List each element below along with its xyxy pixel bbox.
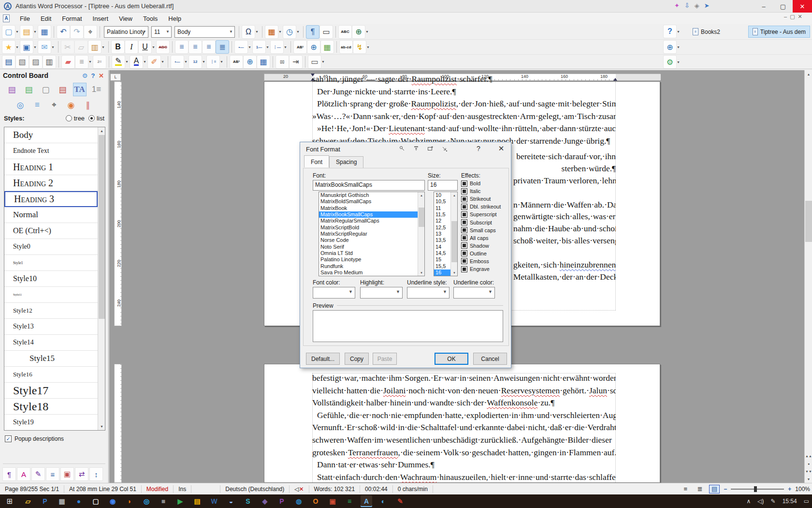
font-list-item[interactable]: Norse Code <box>319 237 418 243</box>
zoom-slider-thumb[interactable] <box>754 486 757 492</box>
chevron-down-icon[interactable]: ▼ <box>365 26 369 38</box>
effect-checkbox-indeterminate[interactable] <box>461 266 467 272</box>
taskbar-app-icon[interactable]: ◆ <box>259 495 271 507</box>
size-list-item[interactable]: 15 <box>434 256 450 263</box>
style-list-item[interactable]: OE (Ctrl+<) <box>4 223 98 239</box>
outline-style-icon[interactable]: ⋮≡ <box>207 56 219 68</box>
size-list-item[interactable]: 15,5 <box>434 263 450 269</box>
text-line[interactable]: Der·Junge·nickte·und·starrte·ins·Leere.¶ <box>312 87 616 99</box>
ok-button[interactable]: OK <box>435 353 468 365</box>
font-color-dropdown[interactable]: ▼ <box>313 287 355 299</box>
panel-icon[interactable]: 1≡ <box>90 83 103 96</box>
chevron-down-icon[interactable]: ▼ <box>15 26 19 38</box>
panel-icon[interactable]: ◎ <box>14 98 27 112</box>
menu-item[interactable]: View <box>114 14 138 24</box>
style-tool-icon[interactable]: ✎ <box>32 468 44 480</box>
document-properties-icon[interactable]: ▧ <box>16 56 29 68</box>
text-line[interactable]: Statt·einfach·durch·den·Wachraum·hinausz… <box>312 472 616 483</box>
size-list-item[interactable]: 14 <box>434 244 450 250</box>
taskbar-app-icon[interactable]: ■ <box>158 495 169 507</box>
document-text-top[interactable]: sah·ihn,·jünger·—·sagte·der·Raumpolizist… <box>312 74 616 149</box>
style-tool-icon[interactable]: ⇄ <box>75 468 88 480</box>
font-list-item[interactable]: Rundfunk <box>319 263 418 269</box>
tab-stop-selector[interactable]: L <box>110 74 121 81</box>
panel-icon[interactable]: ⌖ <box>47 98 61 112</box>
insert-link-icon[interactable]: ⊕ <box>244 56 256 68</box>
status-insert-mode[interactable]: Ins <box>174 485 191 493</box>
size-list-item[interactable]: 11 <box>434 205 450 211</box>
redo-icon[interactable]: ↷ <box>71 26 83 38</box>
line-numbering-icon[interactable]: 2≡ <box>93 56 106 68</box>
effect-row[interactable]: Dbl. strikeout <box>461 203 501 210</box>
tab-font[interactable]: Font <box>304 155 329 167</box>
underline-color-dropdown[interactable]: ▼ <box>453 287 495 299</box>
autoformat-icon[interactable]: ↯ <box>353 41 366 53</box>
font-list-item[interactable]: Omnia LT Std <box>319 250 418 256</box>
print-preview-icon[interactable]: ▨ <box>29 56 42 68</box>
chevron-down-icon[interactable]: ▼ <box>51 41 55 53</box>
options-gears-icon[interactable]: ⚙ <box>664 56 676 68</box>
style-list-item[interactable]: Style11 <box>4 287 98 303</box>
text-line[interactable]: Vollständigkeit·halber·hinein·und·wandte… <box>312 398 616 410</box>
save-as-icon[interactable]: ▣ <box>20 41 33 53</box>
effect-checkbox-indeterminate[interactable] <box>461 211 467 218</box>
scroll-down-icon[interactable]: ▼ <box>418 269 425 276</box>
size-list-item[interactable]: 10 <box>434 192 450 198</box>
hyperlink-icon[interactable]: ⊕ <box>307 41 320 53</box>
panel-icon[interactable]: ∥ <box>81 98 95 112</box>
size-list-item[interactable]: 13,5 <box>434 237 450 243</box>
text-line[interactable]: Metallkasten,·der·an·der·Decke <box>513 272 616 284</box>
start-button[interactable]: ⊞ <box>0 497 19 506</box>
strikethrough-icon[interactable]: ABC <box>157 41 169 53</box>
chevron-down-icon[interactable]: ▼ <box>321 56 325 68</box>
font-list-item[interactable]: MatrixScriptRegular <box>319 231 418 237</box>
text-line[interactable]: sah·ihn,·jünger·—·sagte·der·Raumpolizist… <box>312 74 616 87</box>
style-list-item[interactable]: Normal <box>4 207 98 223</box>
user-icon[interactable]: ◈ <box>695 2 699 9</box>
status-position[interactable]: At 208 mm Line 29 Col 51 <box>64 485 142 493</box>
underline-style-dropdown[interactable]: ▼ <box>407 287 450 299</box>
text-line[interactable] <box>513 188 616 200</box>
taskbar-app-icon[interactable]: ◗ <box>124 495 135 507</box>
font-list-item[interactable]: Sava Pro Medium <box>319 269 418 276</box>
underline-icon[interactable]: U <box>139 41 151 53</box>
font-name-combo[interactable]: Palatino Linoty▼ <box>104 26 148 38</box>
font-list-item[interactable]: MatrixBookSmallCaps <box>319 211 418 218</box>
size-list-item[interactable]: 14,5 <box>434 250 450 256</box>
gear-icon[interactable]: ⚙ <box>81 72 89 79</box>
copy-icon[interactable]: ▱ <box>75 41 87 53</box>
taskbar-app-icon[interactable]: S <box>242 495 254 507</box>
chevron-down-icon[interactable]: ▼ <box>88 56 92 68</box>
status-language[interactable]: Deutsch (Deutschland) <box>220 485 290 493</box>
style-list-item[interactable]: Style10 <box>4 271 98 287</box>
chevron-down-icon[interactable]: ▼ <box>676 41 681 53</box>
new-document-icon[interactable]: ▢ <box>2 26 15 38</box>
size-list-item[interactable]: 10,5 <box>434 198 450 205</box>
web-view-icon[interactable]: ≣ <box>695 485 705 493</box>
taskbar-app-icon[interactable]: ▤ <box>191 495 203 507</box>
chevron-down-icon[interactable]: ▼ <box>366 41 370 53</box>
default-button[interactable]: Default... <box>306 353 340 365</box>
insert-table-icon[interactable]: ▦ <box>265 26 278 38</box>
paste-button[interactable]: Paste <box>373 353 397 365</box>
font-name-input[interactable]: MatrixBookSmallCaps <box>313 180 425 191</box>
size-list-item[interactable]: 12,5 <box>434 224 450 231</box>
scroll-down-icon[interactable]: ▼ <box>451 269 458 276</box>
font-list-item[interactable]: MatrixScriptBold <box>319 224 418 231</box>
scroll-down-icon[interactable]: ▼ <box>805 475 812 483</box>
style-tool-icon[interactable]: ≡ <box>46 468 59 480</box>
text-line[interactable]: bereitete·sich·darauf·vor,·ihn <box>513 151 616 164</box>
size-list-item[interactable]: 16 <box>434 269 450 276</box>
scroll-up-icon[interactable]: ▲ <box>451 192 458 198</box>
font-size-combo[interactable]: 11▼ <box>151 26 172 38</box>
vertical-ruler-page2[interactable] <box>114 364 122 483</box>
text-line[interactable]: sterben·würde.¶ <box>513 164 616 176</box>
maximize-button[interactable]: ▢ <box>773 0 793 13</box>
style-list-item[interactable]: Style16 <box>4 367 98 383</box>
taskbar-app-icon[interactable]: O <box>310 495 321 507</box>
effect-checkbox-indeterminate[interactable] <box>461 258 467 264</box>
insert-datetime-icon[interactable]: ◷ <box>283 26 296 38</box>
save-icon[interactable]: ▦ <box>38 26 51 38</box>
taskbar-app-icon[interactable]: ≡ <box>344 495 355 507</box>
font-list[interactable]: Manuskript GothischMatrixBoldSmallCapsMa… <box>319 192 425 276</box>
